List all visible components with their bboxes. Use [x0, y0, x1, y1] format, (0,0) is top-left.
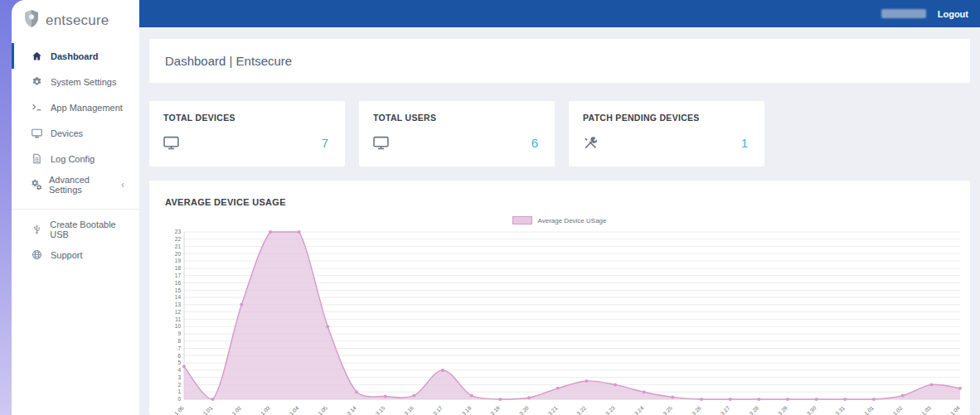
svg-text:3.20: 3.20: [518, 404, 530, 415]
page-title: Dashboard | Entsecure: [165, 54, 292, 68]
legend-swatch: [512, 216, 532, 224]
svg-text:19: 19: [175, 258, 182, 263]
sidebar-item-label: Create Bootable USB: [50, 220, 133, 239]
svg-text:22: 22: [175, 236, 182, 242]
sidebar-nav: Dashboard System Settings App Management…: [12, 43, 139, 268]
legend-label: Average Device USage: [537, 217, 606, 224]
svg-text:18: 18: [175, 265, 182, 271]
page-title-card: Dashboard | Entsecure: [149, 39, 970, 83]
gears-icon: [31, 179, 41, 190]
svg-text:21: 21: [175, 244, 182, 249]
chart-title: AVERAGE DEVICE USAGE: [149, 181, 970, 207]
svg-text:3.26: 3.26: [691, 404, 702, 415]
svg-text:11: 11: [175, 316, 181, 322]
logout-button[interactable]: Logout: [938, 9, 968, 19]
svg-text:1.01: 1.01: [863, 404, 875, 415]
stat-value: 6: [531, 136, 541, 150]
sidebar-item-create-bootable-usb[interactable]: Create Bootable USB: [12, 216, 139, 242]
monitor-icon: [31, 128, 43, 138]
svg-text:1.02: 1.02: [230, 404, 242, 415]
svg-text:23: 23: [175, 229, 182, 234]
stat-card-total-devices: TOTAL DEVICES 7: [149, 101, 345, 166]
home-icon: [31, 51, 43, 61]
svg-text:1: 1: [177, 388, 181, 394]
svg-text:3.25: 3.25: [662, 404, 673, 415]
sidebar-item-label: Advanced Settings: [49, 175, 114, 195]
stat-label: TOTAL USERS: [373, 113, 541, 123]
globe-icon: [31, 249, 43, 260]
svg-text:20: 20: [175, 251, 182, 257]
svg-text:1.01: 1.01: [202, 404, 214, 415]
brand-logo[interactable]: entsecure: [12, 0, 139, 40]
svg-text:12: 12: [175, 309, 182, 315]
svg-text:1.03: 1.03: [260, 404, 271, 415]
log-file-icon: [31, 153, 43, 164]
sidebar-item-dashboard[interactable]: Dashboard: [12, 43, 139, 69]
svg-text:3.28: 3.28: [748, 404, 759, 415]
chevron-left-icon: ‹: [121, 179, 133, 191]
stat-card-total-users: TOTAL USERS 6: [359, 101, 555, 166]
sidebar-item-label: Devices: [51, 128, 83, 138]
stat-label: PATCH PENDING DEVICES: [583, 113, 751, 123]
sidebar-item-log-config[interactable]: Log Config: [12, 146, 139, 171]
sidebar-item-devices[interactable]: Devices: [12, 120, 139, 146]
svg-text:4: 4: [177, 367, 181, 373]
sidebar: entsecure Dashboard System Settings App …: [12, 0, 139, 415]
svg-text:2: 2: [177, 382, 181, 388]
user-menu-redacted[interactable]: [881, 9, 926, 18]
svg-text:3.17: 3.17: [432, 404, 444, 415]
svg-text:3.31: 3.31: [834, 404, 846, 415]
svg-text:3.22: 3.22: [575, 404, 587, 415]
svg-text:3.21: 3.21: [547, 404, 559, 415]
svg-text:3.16: 3.16: [403, 404, 415, 415]
svg-text:3.18: 3.18: [461, 404, 473, 415]
svg-text:3.19: 3.19: [489, 404, 501, 415]
svg-text:1.04: 1.04: [949, 404, 961, 415]
svg-text:3.15: 3.15: [375, 404, 386, 415]
svg-text:6: 6: [177, 353, 181, 359]
svg-text:17: 17: [175, 273, 182, 278]
top-header: Logout: [139, 0, 980, 27]
usb-icon: [31, 224, 42, 234]
svg-text:7: 7: [177, 345, 181, 351]
svg-text:14: 14: [175, 294, 182, 300]
usage-chart: 012345678910111213141516171819202122231.…: [159, 227, 970, 415]
monitor-icon: [373, 136, 389, 150]
svg-text:1.03: 1.03: [920, 404, 932, 415]
monitor-icon: [163, 136, 179, 150]
svg-text:3.29: 3.29: [777, 404, 788, 415]
svg-text:3.14: 3.14: [346, 404, 357, 415]
gear-icon: [31, 76, 43, 87]
stat-card-patch-pending-devices: PATCH PENDING DEVICES 1: [569, 101, 764, 166]
sidebar-item-app-management[interactable]: App Management: [12, 94, 139, 120]
svg-text:3.30: 3.30: [806, 404, 817, 415]
svg-text:1.02: 1.02: [892, 404, 904, 415]
tools-icon: [583, 136, 599, 150]
stat-value: 7: [322, 136, 332, 150]
terminal-icon: [31, 102, 43, 113]
sidebar-item-support[interactable]: Support: [12, 242, 139, 268]
svg-text:13: 13: [175, 302, 182, 307]
svg-text:16: 16: [175, 280, 182, 286]
svg-text:9: 9: [177, 331, 181, 336]
sidebar-item-system-settings[interactable]: System Settings: [12, 69, 139, 94]
svg-text:3.27: 3.27: [720, 404, 731, 415]
chart-legend[interactable]: Average Device USage: [149, 215, 970, 225]
stat-label: TOTAL DEVICES: [163, 113, 332, 123]
brand-name: entsecure: [46, 12, 109, 29]
svg-text:8: 8: [177, 338, 181, 344]
sidebar-item-advanced-settings[interactable]: Advanced Settings ‹: [12, 171, 139, 197]
svg-text:10: 10: [175, 323, 182, 329]
sidebar-item-label: App Management: [51, 103, 123, 113]
chart-card: AVERAGE DEVICE USAGE Average Device USag…: [149, 181, 970, 415]
svg-text:3: 3: [177, 374, 181, 380]
stat-value: 1: [741, 136, 751, 150]
sidebar-item-label: System Settings: [51, 77, 116, 87]
sidebar-item-label: Log Config: [51, 154, 95, 164]
svg-text:5: 5: [177, 360, 181, 365]
svg-text:1.04: 1.04: [289, 404, 300, 415]
svg-text:3.24: 3.24: [633, 404, 645, 415]
sidebar-item-label: Support: [51, 250, 83, 260]
svg-text:3.23: 3.23: [604, 404, 616, 415]
svg-text:1.05: 1.05: [317, 404, 328, 415]
